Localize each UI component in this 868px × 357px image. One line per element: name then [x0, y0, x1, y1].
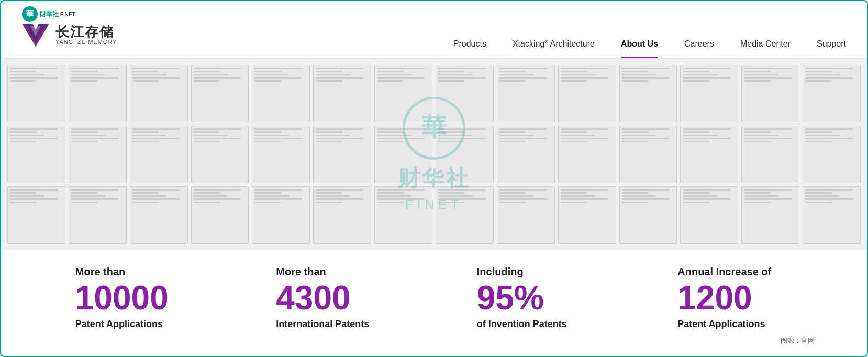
patent-card [69, 65, 127, 122]
stat-label-top-1: More than [276, 266, 391, 278]
patent-card [803, 126, 861, 183]
nav-item-media[interactable]: Media Center [740, 39, 791, 58]
stat-label-top-2: Including [477, 266, 592, 278]
patent-card [680, 65, 738, 122]
nav-item-about[interactable]: About Us [621, 39, 658, 58]
stat-label-bottom-0: Patent Applications [75, 319, 191, 330]
stats-section: More than10000Patent ApplicationsMore th… [1, 250, 867, 340]
patent-card [313, 65, 371, 122]
patent-card [436, 126, 494, 183]
patent-card [558, 186, 616, 244]
main-nav: Products Xtacking® Architecture About Us… [453, 1, 846, 58]
finet-text: 財華社 FINET [40, 10, 75, 18]
stat-item-stat3: Including95%of Invention Patents [477, 266, 592, 330]
page-wrapper: 華 財華社 FINET 长江存储 YANGTZE MEMORY Prod [0, 0, 868, 357]
stat-number-1: 4300 [276, 281, 391, 315]
patent-card [130, 186, 188, 244]
patent-card [7, 126, 65, 183]
patent-card [313, 126, 371, 183]
patent-card [497, 126, 555, 183]
finet-cn: 財華社 [40, 10, 59, 18]
patent-card [741, 65, 799, 122]
patent-card [191, 126, 249, 183]
patent-card [803, 186, 861, 244]
stat-label-bottom-3: Patent Applications [677, 319, 793, 330]
patent-card [252, 65, 310, 122]
finet-en: FINET [60, 12, 75, 17]
patent-card [741, 126, 799, 183]
patent-card [558, 65, 616, 122]
patent-card [374, 65, 432, 122]
brand-name-en: YANGTZE MEMORY [55, 39, 117, 45]
nav-item-careers[interactable]: Careers [684, 39, 714, 58]
nav-item-support[interactable]: Support [817, 39, 846, 58]
patent-card [191, 65, 249, 122]
stat-number-3: 1200 [677, 281, 793, 315]
patent-card [374, 126, 432, 183]
patent-card [69, 186, 127, 244]
patent-card [436, 65, 494, 122]
patent-card [680, 126, 738, 183]
patent-card [680, 186, 738, 244]
patent-card [252, 186, 310, 244]
stat-number-2: 95% [477, 281, 592, 315]
patent-grid-section: 華 财华社 FINET [1, 59, 867, 250]
brand-name-cn: 长江存储 [55, 25, 117, 39]
patent-card [130, 65, 188, 122]
stat-number-0: 10000 [75, 281, 191, 315]
stat-label-top-3: Annual Increase of [677, 266, 793, 278]
patent-grid [1, 59, 867, 250]
brand-text: 长江存储 YANGTZE MEMORY [55, 25, 117, 45]
stat-item-stat4: Annual Increase of1200Patent Application… [677, 266, 793, 330]
ym-logo-icon [22, 24, 49, 47]
stat-label-bottom-1: International Patents [276, 319, 391, 330]
patent-card [374, 186, 432, 244]
patent-card [7, 186, 65, 244]
patent-card [313, 186, 371, 244]
stat-item-stat2: More than4300International Patents [276, 266, 391, 330]
patent-card [741, 186, 799, 244]
stat-label-top-0: More than [75, 266, 191, 278]
patent-card [130, 126, 188, 183]
patent-card [7, 65, 65, 122]
brand-logo: 长江存储 YANGTZE MEMORY [22, 24, 117, 47]
stat-item-stat1: More than10000Patent Applications [75, 266, 191, 330]
patent-card [191, 186, 249, 244]
patent-card [252, 126, 310, 183]
patent-card [497, 186, 555, 244]
patent-card [497, 65, 555, 122]
patent-card [558, 126, 616, 183]
finet-logo: 華 財華社 FINET [22, 6, 75, 22]
finet-icon-text: 華 [26, 9, 34, 19]
finet-icon: 華 [22, 6, 38, 22]
patent-card [803, 65, 861, 122]
patent-card [619, 126, 677, 183]
patent-card [619, 65, 677, 122]
patent-card [619, 186, 677, 244]
patent-card [436, 186, 494, 244]
stat-label-bottom-2: of Invention Patents [477, 319, 592, 330]
nav-item-xtacking[interactable]: Xtacking® Architecture [513, 39, 595, 58]
source-note: 图源：官网 [0, 334, 841, 350]
patent-card [69, 126, 127, 183]
nav-item-products[interactable]: Products [453, 39, 486, 58]
header: 華 財華社 FINET 长江存储 YANGTZE MEMORY Prod [1, 1, 867, 59]
